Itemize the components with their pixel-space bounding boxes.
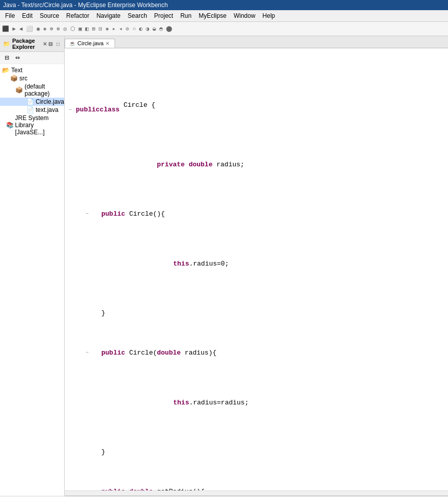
fold-6[interactable]: −: [81, 349, 93, 357]
menu-item-search[interactable]: Search: [125, 11, 150, 20]
menu-item-navigate[interactable]: Navigate: [93, 11, 123, 20]
tree-item-0[interactable]: 📂Text: [0, 66, 64, 74]
menu-item-refactor[interactable]: Refactor: [63, 11, 92, 20]
toolbar: ⬛ ▶ ◀ ⬜ ◉ ◈ ⊕ ⊗ ◎ ⬡ ▣ ◧ ⊞ ⊡ ◈ ▸ ◂ ⊙ ○ ◐ …: [0, 22, 448, 36]
fold-9[interactable]: −: [81, 488, 93, 490]
package-explorer-close-icon[interactable]: ✕: [43, 41, 47, 47]
editor-container: ☕ Circle.java ✕ − public class Circle {: [65, 36, 448, 495]
tree-item-1[interactable]: 📦src: [0, 74, 64, 82]
menu-bar: FileEditSourceRefactorNavigateSearchProj…: [0, 10, 448, 22]
package-explorer-title: Package Explorer: [12, 38, 39, 50]
maximize-button[interactable]: □: [55, 41, 61, 47]
tree-item-3[interactable]: 📄Circle.java: [0, 98, 64, 106]
package-explorer-header: 📁 Package Explorer ✕ ⊟ □: [0, 36, 64, 52]
package-explorer-panel: 📁 Package Explorer ✕ ⊟ □ ⊟ ⇔ 📂Text📦src📦(…: [0, 36, 65, 495]
collapse-all-button[interactable]: ⊟: [2, 53, 12, 63]
code-editor[interactable]: − public class Circle { private double r…: [65, 48, 448, 490]
editor-scrollbar[interactable]: [65, 490, 448, 495]
menu-item-help[interactable]: Help: [260, 11, 278, 20]
tab-label: Circle.java: [77, 40, 103, 46]
main-layout: 📁 Package Explorer ✕ ⊟ □ ⊟ ⇔ 📂Text📦src📦(…: [0, 36, 448, 495]
menu-item-window[interactable]: Window: [231, 11, 259, 20]
menu-item-myeclipse[interactable]: MyEclipse: [195, 11, 230, 20]
tree-item-5[interactable]: 📚JRE System Library [JavaSE...]: [0, 114, 64, 136]
menu-item-file[interactable]: File: [2, 11, 18, 20]
tree-item-2[interactable]: 📦(default package): [0, 82, 64, 98]
fold-1[interactable]: −: [69, 106, 72, 114]
tree-item-4[interactable]: 📄text.java: [0, 106, 64, 114]
menu-item-run[interactable]: Run: [177, 11, 194, 20]
link-with-editor-button[interactable]: ⇔: [13, 53, 22, 63]
tab-close-icon[interactable]: ✕: [105, 41, 109, 46]
menu-item-source[interactable]: Source: [37, 11, 62, 20]
title-bar: Java - Text/src/Circle.java - MyEclipse …: [0, 0, 448, 10]
explorer-tree: 📂Text📦src📦(default package)📄Circle.java📄…: [0, 64, 64, 495]
menu-item-edit[interactable]: Edit: [19, 11, 36, 20]
editor-area: ☕ Circle.java ✕ − public class Circle {: [65, 36, 448, 495]
circle-java-tab[interactable]: ☕ Circle.java ✕: [65, 39, 115, 48]
java-file-icon: ☕: [69, 41, 75, 46]
editor-tabs: ☕ Circle.java ✕: [65, 36, 448, 48]
package-explorer-icon: 📁: [3, 41, 10, 47]
menu-item-project[interactable]: Project: [151, 11, 176, 20]
minimize-button[interactable]: ⊟: [47, 41, 54, 47]
fold-3[interactable]: −: [81, 210, 93, 218]
title-text: Java - Text/src/Circle.java - MyEclipse …: [3, 2, 168, 9]
code-content: − public class Circle { private double r…: [65, 50, 448, 490]
explorer-toolbar: ⊟ ⇔: [0, 52, 64, 64]
